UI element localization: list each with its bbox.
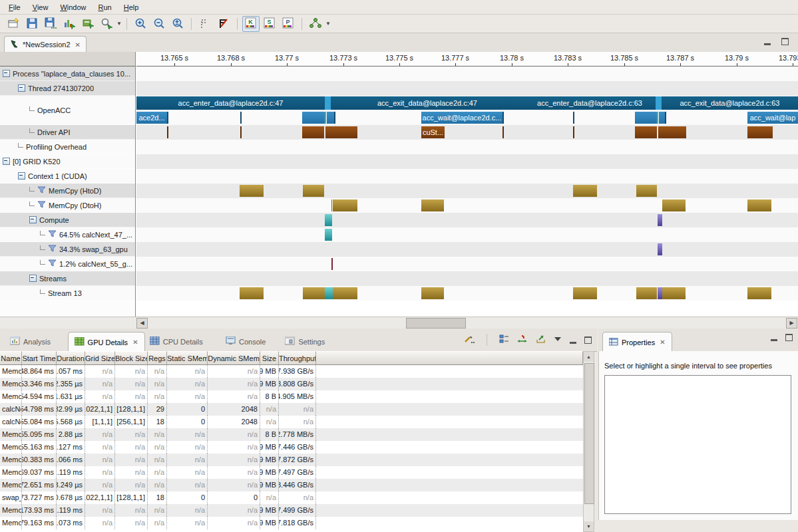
tab-console[interactable]: Console [220, 332, 272, 351]
tree-row-stream-13[interactable]: Stream 13 [0, 286, 135, 301]
timeline-interval[interactable] [325, 287, 333, 299]
tree-row-grid-k520[interactable]: [0] GRID K520 [0, 154, 135, 169]
timeline-interval[interactable] [573, 185, 597, 197]
toolbar-button-analysis-tree[interactable] [307, 16, 324, 32]
scroll-left-button[interactable]: ◀ [136, 318, 148, 329]
table-row[interactable]: Memcpy154.594 ms1.631 µsn/an/an/an/an/a8… [0, 390, 583, 403]
timeline-interval[interactable] [665, 112, 666, 124]
collapse-toggle-icon[interactable] [18, 84, 25, 92]
filter-funnel-icon[interactable] [48, 245, 57, 253]
timeline-interval[interactable] [502, 112, 504, 124]
session-tab[interactable]: *NewSession2 ✕ [4, 36, 87, 53]
toolbar-button-marker-next[interactable] [215, 16, 232, 32]
export-button[interactable] [536, 334, 546, 345]
timeline-interval[interactable] [333, 200, 357, 211]
scroll-right-button[interactable]: ▶ [786, 318, 797, 329]
table-header-duration[interactable]: Duration [57, 351, 85, 365]
properties-close-icon[interactable]: ✕ [660, 338, 665, 346]
toolbar-button-search[interactable] [98, 16, 115, 32]
timeline-interval[interactable]: acc_wait@lap [747, 112, 798, 124]
scroll-thumb[interactable] [584, 363, 594, 504]
tree-row-memcpy-htod[interactable]: MemCpy (HtoD) [0, 184, 135, 198]
filter-funnel-icon[interactable] [37, 201, 46, 209]
timeline-interval[interactable] [635, 112, 657, 124]
toolbar-button-process-coloring[interactable]: P [280, 16, 297, 32]
timeline-interval[interactable] [421, 200, 444, 211]
tree-row-memcpy-dtoh[interactable]: MemCpy (DtoH) [0, 198, 135, 213]
maximize-properties-icon[interactable] [785, 334, 793, 341]
filter-funnel-icon[interactable] [37, 186, 46, 195]
timeline-interval[interactable] [240, 287, 264, 299]
timeline-interval[interactable]: cuSt... [421, 126, 445, 138]
timeline-interval[interactable] [333, 287, 357, 299]
toolbar-button-show-details[interactable] [79, 16, 97, 32]
tab-gpu-details[interactable]: GPU Details✕ [68, 332, 145, 352]
filter-funnel-icon[interactable] [48, 259, 57, 268]
table-header-start-time[interactable]: Start Time [22, 351, 57, 365]
collapse-toggle-icon[interactable] [18, 172, 25, 180]
timeline-interval[interactable]: acc_enter_data@laplace2d.c:63 [524, 96, 656, 110]
tree-row-thread[interactable]: Thread 2741307200 [0, 81, 135, 96]
table-row[interactable]: calcNext155.084 ms5.568 µs[1,1,1][256,1,… [0, 416, 583, 428]
tree-row-kernel-swap63[interactable]: 34.3% swap_63_gpu [0, 242, 135, 257]
tree-row-process[interactable]: Process "laplace_data_clauses 10... [0, 66, 135, 81]
table-row[interactable]: Memcpy148.864 ms1.057 msn/an/an/an/an/a9… [0, 365, 583, 378]
timeline-interval[interactable] [658, 243, 662, 255]
scroll-down-button[interactable]: ▼ [584, 521, 594, 531]
timeline-interval[interactable] [747, 287, 771, 299]
filter-funnel-icon[interactable] [48, 230, 57, 239]
timeline-interval[interactable] [659, 112, 665, 124]
tree-row-streams[interactable]: Streams [0, 271, 135, 286]
collapse-toggle-icon[interactable] [29, 275, 37, 282]
timeline-interval[interactable] [331, 200, 332, 211]
tab-close-icon[interactable]: ✕ [132, 338, 138, 346]
timeline-interval[interactable] [240, 185, 264, 197]
toolbar-button-marker-prev[interactable] [196, 16, 214, 32]
scroll-thumb[interactable] [406, 318, 466, 329]
toolbar-button-save-all[interactable] [42, 16, 59, 32]
minimize-properties-icon[interactable] [771, 334, 777, 341]
timeline-interval[interactable] [658, 214, 662, 226]
table-row[interactable]: Memcpy155.095 ms2.88 µsn/an/an/an/an/a8 … [0, 428, 583, 441]
tab-analysis[interactable]: Analysis [4, 332, 57, 351]
timeline-interval[interactable] [331, 258, 333, 270]
table-header-size[interactable]: Size [260, 351, 279, 365]
table-row[interactable]: Memcpy179.163 ms1.073 msn/an/an/an/an/a9… [0, 517, 583, 529]
timeline-interval[interactable] [658, 126, 686, 138]
toolbar-button-zoom-in[interactable] [132, 16, 149, 32]
table-row[interactable]: Memcpy160.383 ms1.066 msn/an/an/an/an/a9… [0, 454, 583, 466]
toolbar-button-kernel-coloring[interactable]: K [242, 16, 260, 32]
timeline-interval[interactable] [657, 112, 658, 124]
tree-row-driver-api[interactable]: Driver API [0, 125, 135, 140]
timeline-interval[interactable] [325, 214, 332, 226]
minimize-timeline-icon[interactable] [764, 38, 771, 45]
timeline-interval[interactable] [635, 126, 657, 138]
table-header-static-smem[interactable]: Static SMem [167, 351, 208, 365]
maximize-timeline-icon[interactable] [781, 38, 789, 45]
timeline-interval[interactable]: ace2d... [136, 112, 167, 124]
timeline-interval[interactable] [327, 112, 334, 124]
timeline-interval[interactable] [747, 200, 771, 211]
timeline-interval[interactable] [636, 287, 657, 299]
timeline-interval[interactable] [240, 112, 242, 124]
timeline-interval[interactable] [658, 287, 662, 299]
tree-caret-icon[interactable]: ▼ [325, 17, 331, 31]
table-header-name[interactable]: Name [0, 351, 22, 365]
menu-item-run[interactable]: Run [93, 1, 118, 13]
timeline-interval[interactable] [662, 287, 686, 299]
timeline-interval[interactable] [302, 112, 325, 124]
maximize-details-icon[interactable] [584, 336, 592, 344]
menu-item-help[interactable]: Help [118, 1, 145, 13]
tab-properties[interactable]: Properties ✕ [602, 332, 672, 352]
view-menu-button[interactable] [554, 336, 562, 344]
timeline-interval[interactable] [240, 126, 242, 138]
table-header-regs[interactable]: Regs [148, 351, 167, 365]
toolbar-button-stream-coloring[interactable]: S [261, 16, 278, 32]
focus-interval-button[interactable] [517, 334, 528, 345]
tree-row-kernel-calcnext47[interactable]: 64.5% calcNext_47_... [0, 227, 135, 242]
table-row[interactable]: Memcpy173.93 ms1.119 msn/an/an/an/an/a9 … [0, 504, 583, 517]
table-header-grid-size[interactable]: Grid Size [85, 351, 115, 365]
timeline-interval[interactable] [325, 126, 357, 138]
toolbar-button-zoom-out[interactable] [150, 16, 168, 32]
tree-row-profiling-overhead[interactable]: Profiling Overhead [0, 140, 135, 154]
